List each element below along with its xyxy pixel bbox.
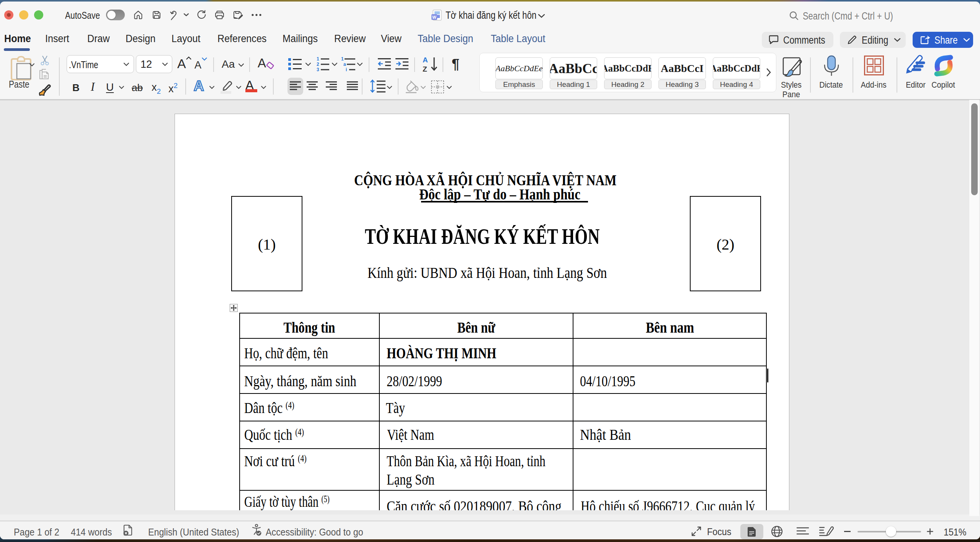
svg-text:A: A	[423, 56, 428, 64]
svg-text:Z: Z	[423, 65, 427, 73]
svg-text:1: 1	[317, 56, 319, 62]
svg-text:a: a	[343, 62, 346, 67]
svg-text:2: 2	[317, 62, 319, 67]
svg-text:1: 1	[341, 56, 344, 62]
svg-text:i: i	[346, 67, 347, 72]
svg-text:3: 3	[317, 67, 319, 72]
svg-text:W: W	[432, 15, 436, 20]
